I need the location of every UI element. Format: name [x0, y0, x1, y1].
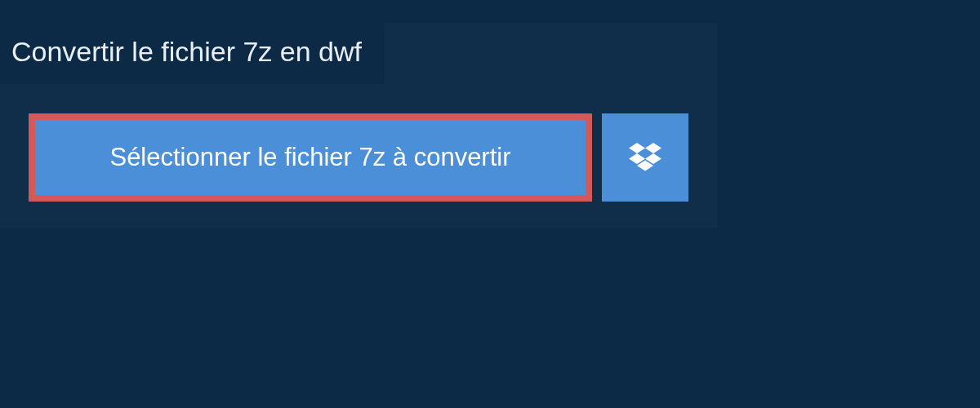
button-row: Sélectionner le fichier 7z à convertir — [0, 113, 717, 202]
page-title: Convertir le fichier 7z en dwf — [0, 23, 385, 84]
select-file-label: Sélectionner le fichier 7z à convertir — [109, 143, 510, 172]
dropbox-button[interactable] — [602, 113, 688, 202]
select-file-button[interactable]: Sélectionner le fichier 7z à convertir — [29, 113, 592, 202]
converter-panel: Convertir le fichier 7z en dwf Sélection… — [0, 23, 717, 228]
dropbox-icon — [629, 143, 662, 172]
